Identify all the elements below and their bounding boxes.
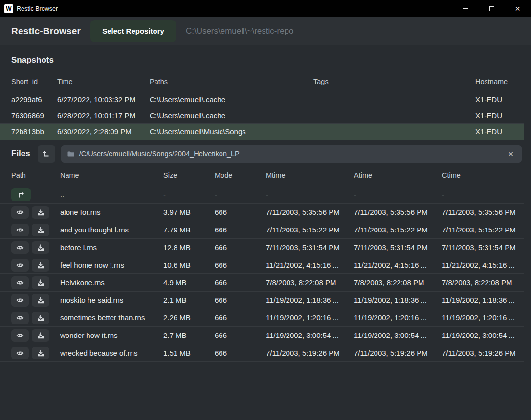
download-file-button[interactable]	[32, 347, 49, 359]
file-row[interactable]: moskito he said.rns 2.1 MB 666 11/19/200…	[0, 292, 524, 309]
close-button[interactable]: ✕	[505, 0, 531, 17]
file-atime: 11/19/2002, 3:00:54 ...	[354, 331, 442, 339]
file-ctime: 7/11/2003, 5:35:56 PM	[442, 208, 524, 216]
window-title: Restic Browser	[17, 5, 58, 12]
file-size: -	[163, 190, 215, 199]
clear-path-icon: ✕	[508, 150, 514, 158]
file-row[interactable]: feel home now !.rns 10.6 MB 666 11/21/20…	[0, 256, 524, 274]
file-row[interactable]: before l.rns 12.8 MB 666 7/11/2003, 5:31…	[0, 239, 524, 256]
file-row[interactable]: and you thought l.rns 7.79 MB 666 7/11/2…	[0, 221, 524, 239]
file-atime: 7/11/2003, 5:19:26 PM	[354, 349, 442, 357]
files-section-title: Files	[11, 149, 30, 159]
file-atime: -	[354, 190, 442, 199]
snapshots-col-paths: Paths	[150, 78, 313, 85]
file-mode: 666	[215, 331, 266, 339]
titlebar: W Restic Browser ✕	[0, 0, 531, 17]
clear-path-button[interactable]: ✕	[506, 149, 516, 159]
file-atime: 7/11/2003, 5:35:56 PM	[354, 208, 442, 216]
preview-file-button[interactable]	[11, 224, 29, 236]
download-file-button[interactable]	[32, 294, 49, 307]
preview-file-button[interactable]	[11, 347, 29, 359]
snapshot-time: 6/30/2022, 2:28:09 PM	[57, 127, 150, 136]
file-mtime: 7/11/2003, 5:35:56 PM	[266, 208, 354, 216]
file-atime: 7/11/2003, 5:31:54 PM	[354, 243, 442, 252]
preview-file-button[interactable]	[11, 329, 29, 342]
snapshot-short-id: 72b813bb	[11, 127, 57, 136]
preview-file-button[interactable]	[11, 241, 29, 254]
eye-icon	[16, 261, 24, 269]
file-row[interactable]: Helvikone.rns 4.9 MB 666 7/8/2003, 8:22:…	[0, 274, 524, 292]
file-row[interactable]: wrecked because of.rns 1.51 MB 666 7/11/…	[0, 344, 524, 362]
download-file-button[interactable]	[32, 329, 49, 342]
file-mode: 666	[215, 278, 266, 287]
file-row[interactable]: alone for.rns 3.97 MB 666 7/11/2003, 5:3…	[0, 204, 524, 221]
file-mtime: 7/11/2003, 5:31:54 PM	[266, 243, 354, 252]
snapshot-short-id: a2299af6	[11, 95, 57, 104]
file-mode: 666	[215, 243, 266, 252]
file-name: and you thought l.rns	[60, 226, 163, 234]
download-icon	[37, 349, 44, 357]
file-size: 12.8 MB	[163, 243, 215, 252]
file-row[interactable]: sometimes better than.rns 2.26 MB 666 11…	[0, 309, 524, 327]
file-atime: 11/19/2002, 1:20:16 ...	[354, 314, 442, 322]
download-file-button[interactable]	[32, 206, 49, 219]
preview-file-button[interactable]	[11, 312, 29, 324]
snapshot-row-selected[interactable]: 72b813bb 6/30/2022, 2:28:09 PM C:\Users\…	[0, 124, 524, 140]
download-icon	[37, 244, 44, 252]
files-bar: Files /C/Users/emuell/Music/Songs/2004_H…	[0, 140, 531, 165]
download-file-button[interactable]	[32, 312, 49, 324]
download-icon	[37, 314, 44, 322]
file-size: 2.1 MB	[163, 296, 215, 304]
snapshot-hostname: X1-EDU	[475, 111, 524, 120]
files-col-atime: Atime	[354, 171, 442, 179]
file-row[interactable]: wonder how it.rns 2.7 MB 666 11/19/2002,…	[0, 327, 524, 344]
preview-file-button[interactable]	[11, 294, 29, 307]
file-mtime: -	[266, 190, 354, 199]
snapshots-col-time: Time	[57, 78, 150, 85]
current-path-bar[interactable]: /C/Users/emuell/Music/Songs/2004_Helveti…	[61, 145, 522, 163]
parent-directory-row[interactable]: .. - - - - -	[0, 186, 524, 204]
file-atime: 7/11/2003, 5:15:22 PM	[354, 226, 442, 234]
file-size: 2.7 MB	[163, 331, 215, 339]
snapshot-time: 6/27/2022, 10:03:32 PM	[57, 95, 150, 104]
file-mtime: 11/19/2002, 1:20:16 ...	[266, 314, 354, 322]
preview-file-button[interactable]	[11, 259, 29, 272]
eye-icon	[16, 314, 24, 322]
file-mtime: 11/19/2002, 3:00:54 ...	[266, 331, 354, 339]
snapshots-col-hostname: Hostname	[475, 78, 524, 85]
minimize-button[interactable]	[453, 0, 479, 17]
download-icon	[37, 261, 44, 269]
select-repository-button[interactable]: Select Repository	[90, 20, 176, 42]
download-file-button[interactable]	[32, 224, 49, 236]
download-icon	[37, 332, 44, 339]
eye-icon	[16, 279, 24, 287]
maximize-button[interactable]	[479, 0, 505, 17]
eye-icon	[16, 244, 24, 252]
file-ctime: -	[442, 190, 524, 199]
file-name: before l.rns	[60, 243, 163, 252]
file-name: moskito he said.rns	[60, 296, 163, 304]
preview-file-button[interactable]	[11, 206, 29, 219]
snapshot-hostname: X1-EDU	[475, 127, 524, 136]
file-mtime: 7/8/2003, 8:22:08 PM	[266, 278, 354, 287]
file-atime: 11/19/2002, 1:18:36 ...	[354, 296, 442, 304]
level-up-button[interactable]	[38, 145, 55, 163]
download-file-button[interactable]	[32, 259, 49, 272]
repository-path: C:\Users\emuell\~\restic-repo	[186, 26, 294, 36]
go-parent-button[interactable]	[11, 188, 31, 201]
download-file-button[interactable]	[32, 276, 49, 289]
corner-up-right-icon	[17, 191, 25, 199]
files-col-path: Path	[11, 171, 60, 179]
snapshots-table-header: Short_id Time Paths Tags Hostname	[0, 72, 524, 91]
snapshot-paths: C:\Users\emuell\.cache	[150, 111, 313, 120]
download-file-button[interactable]	[32, 241, 49, 254]
snapshot-row[interactable]: 76306869 6/28/2022, 10:01:17 PM C:\Users…	[0, 107, 524, 124]
eye-icon	[16, 332, 24, 339]
file-mode: 666	[215, 208, 266, 216]
preview-file-button[interactable]	[11, 276, 29, 289]
snapshot-row[interactable]: a2299af6 6/27/2022, 10:03:32 PM C:\Users…	[0, 91, 524, 107]
file-mode: 666	[215, 296, 266, 304]
file-atime: 11/21/2002, 4:15:16 ...	[354, 261, 442, 269]
file-mtime: 7/11/2003, 5:15:22 PM	[266, 226, 354, 234]
level-up-icon	[43, 150, 50, 158]
